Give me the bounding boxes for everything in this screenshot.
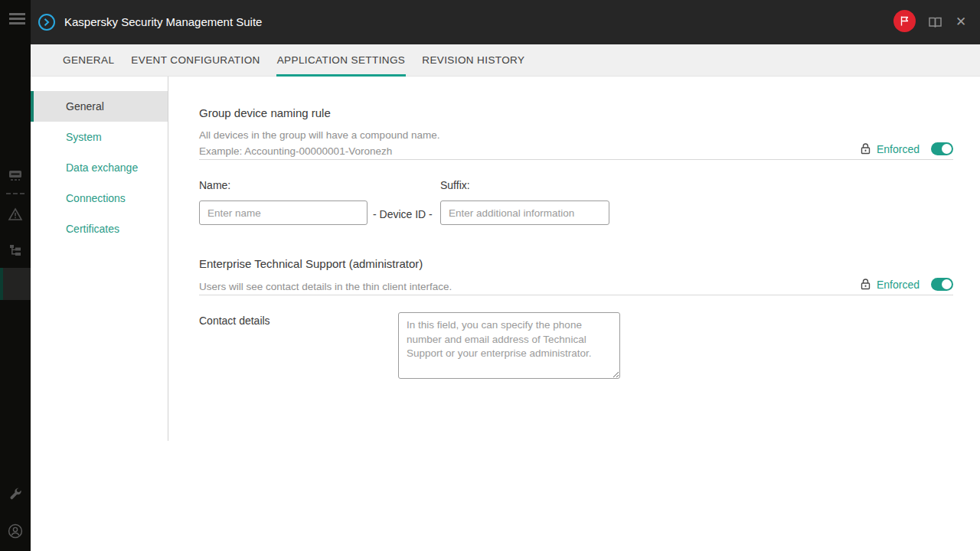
- tabbar: GENERAL EVENT CONFIGURATION APPLICATION …: [31, 44, 980, 77]
- wrench-icon[interactable]: [0, 487, 31, 500]
- enforced-label: Enforced: [877, 143, 920, 155]
- topbar: Kaspersky Security Management Suite ✕: [31, 0, 980, 44]
- enforced-label: Enforced: [877, 279, 920, 291]
- section-divider: [199, 159, 953, 160]
- support-section-title: Enterprise Technical Support (administra…: [199, 257, 423, 270]
- suffix-input[interactable]: [440, 201, 609, 225]
- name-input[interactable]: [199, 201, 368, 225]
- window: Kaspersky Security Management Suite ✕ GE…: [0, 0, 980, 551]
- close-icon[interactable]: ✕: [954, 15, 968, 30]
- rail-item-selected[interactable]: [0, 268, 31, 300]
- menu-icon[interactable]: [9, 13, 25, 24]
- support-enforced-control: Enforced: [861, 278, 953, 291]
- subnav-item-general[interactable]: General: [31, 91, 168, 122]
- app-title: Kaspersky Security Management Suite: [64, 0, 262, 44]
- device-id-joiner: - Device ID -: [373, 208, 433, 220]
- tab-event-configuration[interactable]: EVENT CONFIGURATION: [130, 44, 260, 77]
- lock-icon: [861, 143, 871, 155]
- left-rail: [0, 0, 31, 551]
- subnav-item-data-exchange[interactable]: Data exchange: [31, 152, 168, 183]
- suffix-field-label: Suffix:: [440, 179, 470, 191]
- naming-section-title: Group device naming rule: [199, 106, 331, 119]
- monitoring-icon[interactable]: [0, 169, 31, 183]
- subnav-item-certificates[interactable]: Certificates: [31, 214, 168, 244]
- kaspersky-logo-icon: [38, 14, 55, 31]
- settings-subnav: General System Data exchange Connections…: [31, 77, 168, 244]
- section-divider: [199, 295, 953, 295]
- support-section-desc: Users will see contact details in the th…: [199, 279, 452, 295]
- naming-enforced-control: Enforced: [861, 142, 953, 155]
- warning-icon[interactable]: [0, 207, 31, 221]
- contact-details-label: Contact details: [199, 315, 270, 327]
- name-field-label: Name:: [199, 179, 230, 191]
- contact-details-textarea[interactable]: [398, 312, 620, 379]
- naming-enforced-toggle[interactable]: [931, 142, 953, 155]
- rail-divider: [6, 193, 24, 194]
- hierarchy-icon[interactable]: [0, 243, 31, 257]
- naming-desc-line1: All devices in the group will have a com…: [199, 129, 439, 141]
- tab-revision-history[interactable]: REVISION HISTORY: [421, 44, 525, 77]
- main-panel: Group device naming rule All devices in …: [168, 77, 980, 551]
- manual-book-icon[interactable]: [927, 15, 942, 30]
- tab-application-settings[interactable]: APPLICATION SETTINGS: [276, 44, 407, 77]
- naming-desc-line2: Example: Accounting-00000001-Voronezh: [199, 145, 392, 157]
- flag-notification-button[interactable]: [893, 10, 916, 32]
- lock-icon: [861, 279, 871, 290]
- naming-section-desc: All devices in the group will have a com…: [199, 127, 439, 159]
- subnav-item-system[interactable]: System: [31, 122, 168, 152]
- account-icon[interactable]: [0, 523, 31, 539]
- subnav-item-connections[interactable]: Connections: [31, 183, 168, 214]
- tab-general[interactable]: GENERAL: [62, 44, 115, 77]
- support-enforced-toggle[interactable]: [931, 278, 953, 291]
